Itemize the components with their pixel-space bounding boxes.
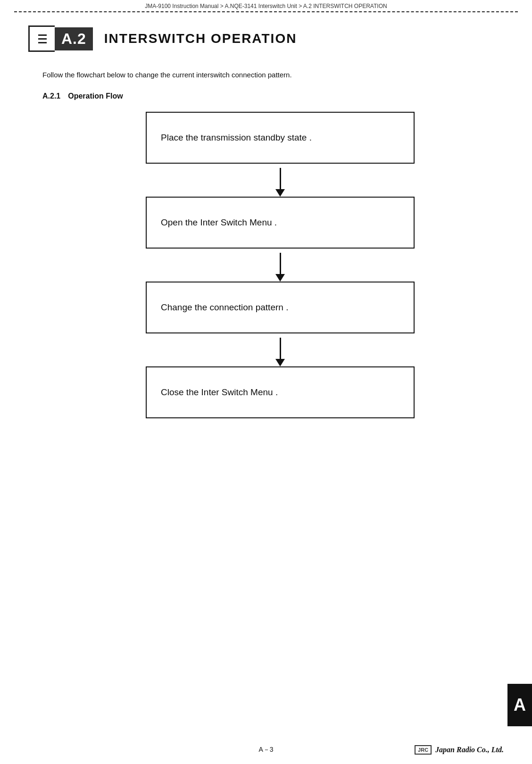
flow-step-1-text: Place the transmission standby state .: [161, 133, 312, 143]
arrow-head-1: [275, 189, 285, 197]
subsection-title: Operation Flow: [68, 92, 123, 100]
intro-text: Follow the flowchart below to change the…: [42, 71, 490, 79]
arrow-head-2: [275, 274, 285, 282]
flow-step-4-text: Close the Inter Switch Menu .: [161, 387, 278, 398]
flow-arrow-3: [275, 333, 285, 366]
arrow-line-3: [280, 338, 281, 359]
company-name: Japan Radio Co., Ltd.: [435, 746, 504, 754]
flow-box-1: Place the transmission standby state .: [146, 112, 415, 164]
section-badge: A.2: [28, 25, 93, 52]
flow-arrow-2: [275, 249, 285, 282]
subsection-heading: A.2.1Operation Flow: [42, 92, 490, 100]
section-header: A.2 INTERSWITCH OPERATION: [0, 12, 532, 57]
arrow-line-1: [280, 168, 281, 189]
breadcrumb: JMA-9100 Instruction Manual > A.NQE-3141…: [0, 0, 532, 11]
side-tab-letter: A: [514, 695, 526, 715]
flowchart: Place the transmission standby state . O…: [71, 112, 490, 418]
side-tab: A: [507, 684, 532, 726]
arrow-line-2: [280, 253, 281, 274]
flow-box-3: Change the connection pattern .: [146, 282, 415, 333]
footer-logo: JRC Japan Radio Co., Ltd.: [415, 745, 504, 755]
flow-box-2: Open the Inter Switch Menu .: [146, 197, 415, 249]
subsection-number: A.2.1: [42, 92, 60, 100]
badge-line-1: [38, 34, 47, 36]
badge-box: [28, 25, 55, 52]
flow-box-4: Close the Inter Switch Menu .: [146, 366, 415, 418]
flow-arrow-1: [275, 164, 285, 197]
jrc-badge: JRC: [415, 745, 432, 755]
page-number: A－3: [258, 746, 273, 754]
section-title: INTERSWITCH OPERATION: [104, 31, 297, 46]
arrow-head-3: [275, 359, 285, 366]
flow-step-2-text: Open the Inter Switch Menu .: [161, 217, 277, 228]
badge-line-2: [38, 38, 47, 40]
section-number: A.2: [55, 27, 93, 50]
badge-line-3: [38, 42, 47, 43]
flow-step-3-text: Change the connection pattern .: [161, 302, 288, 313]
body-content: Follow the flowchart below to change the…: [0, 57, 532, 428]
badge-lines: [38, 34, 47, 43]
